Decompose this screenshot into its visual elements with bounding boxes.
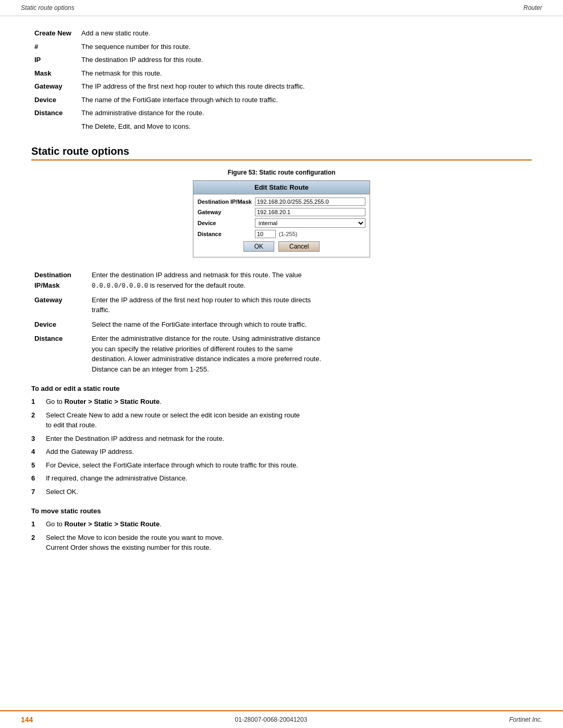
dialog-field-row: Distance(1-255): [198, 230, 365, 238]
header-left: Static route options: [21, 4, 75, 11]
header-right: Router: [523, 4, 542, 11]
dialog-field-row: Destination IP/Mask: [198, 198, 365, 206]
dialog-field-row: Gateway: [198, 208, 365, 216]
intro-table-row: The Delete, Edit, and Move to icons.: [31, 120, 532, 133]
intro-table-row: IPThe destination IP address for this ro…: [31, 53, 532, 67]
field-desc: The name of the FortiGate interface thro…: [78, 93, 532, 107]
step-content: If required, change the administrative D…: [46, 473, 532, 484]
step-number: 6: [31, 473, 46, 484]
field-label: IP: [31, 53, 78, 67]
desc-table-row: DeviceSelect the name of the FortiGate i…: [31, 317, 532, 332]
list-item: 1Go to Router > Static > Static Route.: [31, 519, 532, 529]
section-heading: Static route options: [31, 145, 532, 161]
step-content: Go to Router > Static > Static Route.: [46, 397, 532, 407]
field-label: Gateway: [31, 80, 78, 93]
intro-table-row: Create NewAdd a new static route.: [31, 27, 532, 40]
desc-label: Distance: [31, 331, 89, 376]
step-number: 2: [31, 410, 46, 430]
dialog-cancel-button[interactable]: Cancel: [278, 241, 320, 252]
list-item: 1Go to Router > Static > Static Route.: [31, 397, 532, 407]
list-item: 2Select the Move to icon beside the rout…: [31, 533, 532, 553]
field-desc: The destination IP address for this rout…: [78, 53, 532, 67]
desc-text: Enter the administrative distance for th…: [89, 331, 532, 376]
desc-table-row: GatewayEnter the IP address of the first…: [31, 293, 532, 317]
desc-label: Gateway: [31, 293, 89, 317]
list-item: 7Select OK.: [31, 487, 532, 497]
field-label: Device: [31, 93, 78, 107]
field-label: Mask: [31, 67, 78, 80]
dialog-box: Edit Static Route Destination IP/MaskGat…: [193, 180, 370, 257]
main-content: Create NewAdd a new static route.#The se…: [0, 16, 563, 587]
step-number: 7: [31, 487, 46, 497]
dialog-distance-input[interactable]: [255, 230, 276, 238]
step-content: Select Create New to add a new route or …: [46, 410, 532, 430]
page-footer: 144 01-28007-0068-20041203 Fortinet Inc.: [0, 710, 563, 728]
dialog-device-select[interactable]: internal: [255, 218, 365, 228]
field-desc: The IP address of the first next hop rou…: [78, 80, 532, 93]
dialog-ok-button[interactable]: OK: [243, 241, 274, 252]
list-item: 3Enter the Destination IP address and ne…: [31, 434, 532, 444]
intro-field-table: Create NewAdd a new static route.#The se…: [31, 27, 532, 133]
desc-text: Enter the destination IP address and net…: [89, 268, 532, 293]
page-header: Static route options Router: [0, 0, 563, 16]
step-number: 2: [31, 533, 46, 553]
field-label: Create New: [31, 27, 78, 40]
step-content: Add the Gateway IP address.: [46, 447, 532, 457]
procedure-move-list: 1Go to Router > Static > Static Route.2S…: [31, 519, 532, 553]
procedure-add-list: 1Go to Router > Static > Static Route.2S…: [31, 397, 532, 497]
step-content: Select OK.: [46, 487, 532, 497]
dialog-wrapper: Edit Static Route Destination IP/MaskGat…: [31, 180, 532, 257]
desc-text: Select the name of the FortiGate interfa…: [89, 317, 532, 332]
field-desc: The Delete, Edit, and Move to icons.: [78, 120, 532, 133]
list-item: 2Select Create New to add a new route or…: [31, 410, 532, 430]
dialog-distance-hint: (1-255): [279, 231, 297, 237]
field-desc: The administrative distance for the rout…: [78, 106, 532, 120]
intro-table-row: GatewayThe IP address of the first next …: [31, 80, 532, 93]
step-number: 1: [31, 519, 46, 529]
step-bold: Router > Static > Static Route: [64, 398, 160, 405]
desc-table: DestinationIP/MaskEnter the destination …: [31, 268, 532, 376]
dialog-body: Destination IP/MaskGatewayDeviceinternal…: [193, 194, 370, 257]
dialog-field-label: Gateway: [198, 209, 255, 215]
dialog-field-label: Destination IP/Mask: [198, 199, 255, 205]
dialog-field-input[interactable]: [255, 208, 365, 216]
figure-caption: Figure 53: Static route configuration: [31, 169, 532, 176]
footer-doc-id: 01-28007-0068-20041203: [235, 716, 308, 723]
step-content: Select the Move to icon beside the route…: [46, 533, 532, 553]
intro-table-row: DeviceThe name of the FortiGate interfac…: [31, 93, 532, 107]
procedure-add-heading: To add or edit a static route: [31, 385, 532, 392]
dialog-title: Edit Static Route: [193, 181, 370, 194]
field-label: [31, 120, 78, 133]
step-number: 5: [31, 460, 46, 471]
step-bold: Router > Static > Static Route: [64, 520, 160, 528]
field-label: Distance: [31, 106, 78, 120]
footer-page-num: 144: [21, 715, 33, 724]
desc-label: DestinationIP/Mask: [31, 268, 89, 293]
procedure-move-heading: To move static routes: [31, 507, 532, 515]
desc-table-row: DestinationIP/MaskEnter the destination …: [31, 268, 532, 293]
step-content: For Device, select the FortiGate interfa…: [46, 460, 532, 471]
step-number: 4: [31, 447, 46, 457]
field-desc: The sequence number for this route.: [78, 40, 532, 54]
intro-table-row: #The sequence number for this route.: [31, 40, 532, 54]
step-number: 1: [31, 397, 46, 407]
desc-table-row: DistanceEnter the administrative distanc…: [31, 331, 532, 376]
step-content: Enter the Destination IP address and net…: [46, 434, 532, 444]
desc-text: Enter the IP address of the first next h…: [89, 293, 532, 317]
list-item: 4Add the Gateway IP address.: [31, 447, 532, 457]
dialog-buttons: OKCancel: [198, 241, 365, 254]
intro-table-row: MaskThe netmask for this route.: [31, 67, 532, 80]
field-desc: The netmask for this route.: [78, 67, 532, 80]
step-content: Go to Router > Static > Static Route.: [46, 519, 532, 529]
dialog-field-input[interactable]: [255, 198, 365, 206]
dialog-field-label: Device: [198, 220, 255, 226]
field-desc: Add a new static route.: [78, 27, 532, 40]
intro-table-row: DistanceThe administrative distance for …: [31, 106, 532, 120]
list-item: 6If required, change the administrative …: [31, 473, 532, 484]
footer-company: Fortinet Inc.: [509, 716, 542, 723]
list-item: 5For Device, select the FortiGate interf…: [31, 460, 532, 471]
dialog-field-label: Distance: [198, 231, 255, 237]
desc-label: Device: [31, 317, 89, 332]
step-number: 3: [31, 434, 46, 444]
dialog-field-row: Deviceinternal: [198, 218, 365, 228]
